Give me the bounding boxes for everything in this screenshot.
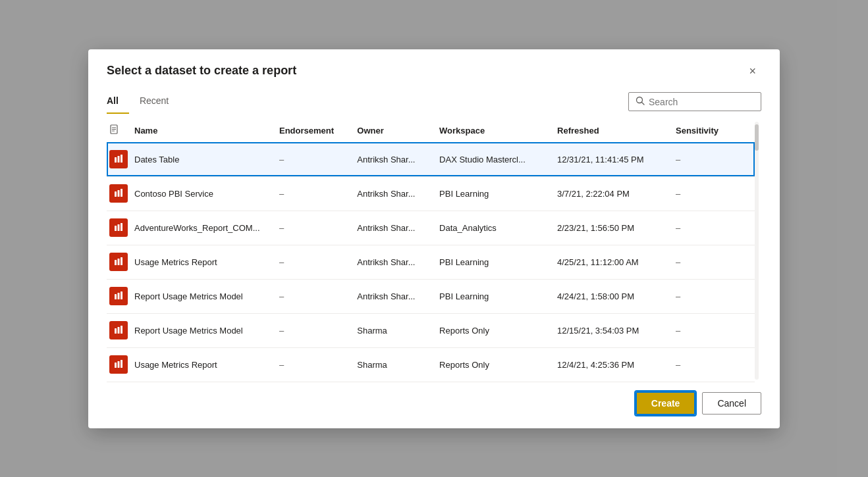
dataset-icon <box>109 218 128 237</box>
table-row[interactable]: Report Usage Metrics Model–Antriksh Shar… <box>107 279 755 313</box>
dataset-refreshed: 3/7/21, 2:22:04 PM <box>557 176 676 211</box>
svg-rect-7 <box>118 156 120 163</box>
col-sensitivity-header: Sensitivity <box>676 119 755 143</box>
svg-rect-12 <box>115 226 117 231</box>
col-workspace-header: Workspace <box>439 119 557 143</box>
table-row[interactable]: Contoso PBI Service–Antriksh Shar...PBI … <box>107 176 755 211</box>
svg-rect-6 <box>115 157 117 163</box>
dataset-name: Report Usage Metrics Model <box>134 279 279 313</box>
dataset-workspace: PBI Learning <box>439 245 557 279</box>
svg-rect-15 <box>115 260 117 265</box>
dataset-icon-cell <box>107 279 134 313</box>
dataset-sensitivity: – <box>676 279 755 313</box>
dataset-name: Dates Table <box>134 142 279 176</box>
dataset-endorsement: – <box>279 279 357 313</box>
dataset-refreshed: 2/23/21, 1:56:50 PM <box>557 211 676 245</box>
col-name-header: Name <box>134 119 279 143</box>
col-endorsement-header: Endorsement <box>279 119 357 143</box>
table-row[interactable]: AdventureWorks_Report_COM...–Antriksh Sh… <box>107 211 755 245</box>
col-owner-header: Owner <box>357 119 439 143</box>
dataset-sensitivity: – <box>676 313 755 347</box>
dataset-table: Name Endorsement Owner Workspace Refresh… <box>107 119 755 382</box>
dataset-workspace: DAX Studio Mastercl... <box>439 142 557 176</box>
dataset-sensitivity: – <box>676 347 755 382</box>
dataset-name: AdventureWorks_Report_COM... <box>134 211 279 245</box>
dataset-name: Report Usage Metrics Model <box>134 313 279 347</box>
dataset-sensitivity: – <box>676 211 755 245</box>
svg-rect-24 <box>115 363 117 368</box>
svg-rect-18 <box>115 294 117 299</box>
dataset-workspace: PBI Learning <box>439 176 557 211</box>
table-body: Dates Table–Antriksh Shar...DAX Studio M… <box>107 142 755 382</box>
dataset-owner: Antriksh Shar... <box>357 142 439 176</box>
tabs-row: All Recent <box>88 90 780 114</box>
dialog-overlay: Select a dataset to create a report × Al… <box>0 0 868 477</box>
table-row[interactable]: Dates Table–Antriksh Shar...DAX Studio M… <box>107 142 755 176</box>
svg-rect-17 <box>121 257 122 265</box>
dataset-refreshed: 4/24/21, 1:58:00 PM <box>557 279 676 313</box>
dataset-name: Contoso PBI Service <box>134 176 279 211</box>
dataset-endorsement: – <box>279 313 357 347</box>
svg-rect-16 <box>118 259 120 265</box>
svg-rect-10 <box>118 190 120 197</box>
svg-rect-11 <box>121 189 122 197</box>
dialog-title: Select a dataset to create a report <box>107 64 296 78</box>
tabs: All Recent <box>107 90 190 114</box>
svg-rect-19 <box>118 293 120 299</box>
svg-rect-21 <box>115 328 117 334</box>
dataset-icon <box>109 150 128 168</box>
svg-rect-8 <box>121 155 122 163</box>
table-container: Name Endorsement Owner Workspace Refresh… <box>88 119 780 382</box>
dataset-refreshed: 12/15/21, 3:54:03 PM <box>557 313 676 347</box>
dataset-sensitivity: – <box>676 142 755 176</box>
dataset-sensitivity: – <box>676 176 755 211</box>
dataset-endorsement: – <box>279 211 357 245</box>
tab-all[interactable]: All <box>107 90 129 114</box>
dataset-refreshed: 12/31/21, 11:41:45 PM <box>557 142 676 176</box>
dataset-icon <box>109 253 128 271</box>
col-refreshed-header: Refreshed <box>557 119 676 143</box>
dataset-sensitivity: – <box>676 245 755 279</box>
dataset-owner: Sharma <box>357 347 439 382</box>
dataset-workspace: Reports Only <box>439 313 557 347</box>
table-header-row: Name Endorsement Owner Workspace Refresh… <box>107 119 755 143</box>
dataset-owner: Antriksh Shar... <box>357 245 439 279</box>
table-row[interactable]: Report Usage Metrics Model–SharmaReports… <box>107 313 755 347</box>
search-box[interactable] <box>628 92 761 111</box>
dataset-icon-cell <box>107 211 134 245</box>
search-icon <box>636 96 645 107</box>
dataset-endorsement: – <box>279 142 357 176</box>
close-button[interactable]: × <box>744 63 761 80</box>
svg-rect-9 <box>115 191 117 197</box>
dataset-owner: Sharma <box>357 313 439 347</box>
dataset-refreshed: 12/4/21, 4:25:36 PM <box>557 347 676 382</box>
table-row[interactable]: Usage Metrics Report–Antriksh Shar...PBI… <box>107 245 755 279</box>
tab-recent[interactable]: Recent <box>140 90 179 114</box>
dataset-icon <box>109 355 128 374</box>
dataset-icon-cell <box>107 245 134 279</box>
dataset-endorsement: – <box>279 347 357 382</box>
dialog-footer: Create Cancel <box>88 382 780 428</box>
dataset-owner: Antriksh Shar... <box>357 211 439 245</box>
cancel-button[interactable]: Cancel <box>702 392 761 414</box>
table-row[interactable]: Usage Metrics Report–SharmaReports Only1… <box>107 347 755 382</box>
svg-rect-14 <box>121 223 122 231</box>
dialog: Select a dataset to create a report × Al… <box>88 49 780 428</box>
dataset-name: Usage Metrics Report <box>134 347 279 382</box>
svg-rect-20 <box>121 291 122 299</box>
search-input[interactable] <box>649 97 754 107</box>
dataset-icon <box>109 184 128 203</box>
svg-rect-26 <box>121 360 122 368</box>
dataset-owner: Antriksh Shar... <box>357 176 439 211</box>
create-button[interactable]: Create <box>636 391 696 415</box>
scrollbar-track <box>755 122 759 380</box>
dataset-endorsement: – <box>279 245 357 279</box>
dataset-icon-cell <box>107 347 134 382</box>
dataset-refreshed: 4/25/21, 11:12:00 AM <box>557 245 676 279</box>
dataset-owner: Antriksh Shar... <box>357 279 439 313</box>
table-with-scroll: Name Endorsement Owner Workspace Refresh… <box>107 119 761 382</box>
dataset-name: Usage Metrics Report <box>134 245 279 279</box>
scrollbar-thumb[interactable] <box>755 124 759 151</box>
dataset-workspace: Reports Only <box>439 347 557 382</box>
scrollbar[interactable] <box>755 119 761 382</box>
